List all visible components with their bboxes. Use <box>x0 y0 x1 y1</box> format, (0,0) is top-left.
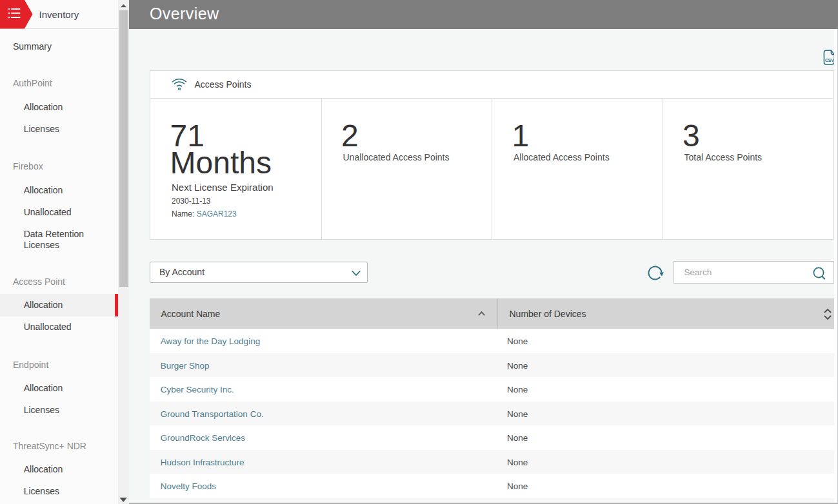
svg-text:CSV: CSV <box>825 58 834 63</box>
